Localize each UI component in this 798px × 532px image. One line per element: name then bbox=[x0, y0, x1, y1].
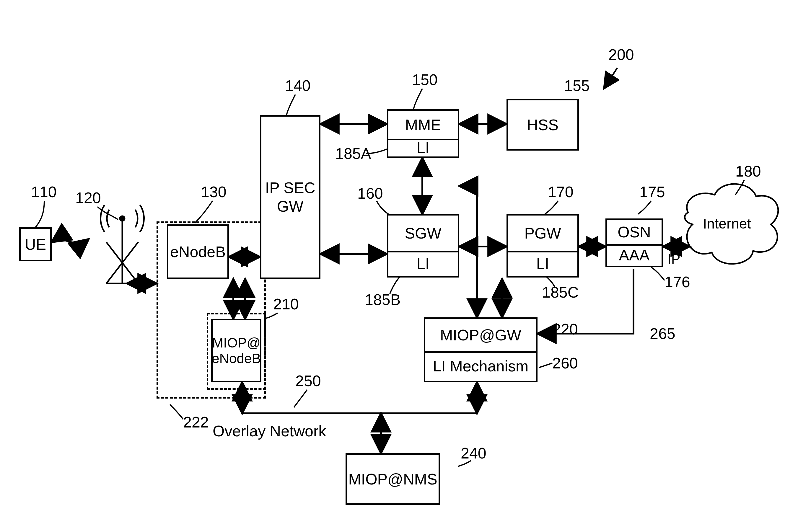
overlay-network-label: Overlay Network bbox=[212, 422, 326, 440]
ref-130: 130 bbox=[201, 183, 226, 201]
ref-140: 140 bbox=[285, 77, 311, 94]
svg-point-4 bbox=[120, 216, 125, 221]
node-mme: MME LI bbox=[387, 109, 459, 158]
mme-label: MME bbox=[405, 116, 441, 134]
ref-120: 120 bbox=[75, 189, 101, 207]
aaa-label: AAA bbox=[619, 246, 649, 264]
node-sgw: SGW LI bbox=[387, 214, 459, 278]
ref-250: 250 bbox=[295, 372, 321, 390]
node-hss: HSS bbox=[506, 99, 579, 151]
svg-line-1 bbox=[106, 242, 138, 283]
node-ipsec-gw: IP SEC GW bbox=[260, 115, 320, 279]
ref-185B: 185B bbox=[365, 291, 401, 308]
ref-265: 265 bbox=[650, 325, 675, 342]
li-mechanism-label: LI Mechanism bbox=[433, 357, 528, 375]
ref-150: 150 bbox=[412, 71, 438, 89]
node-ue: UE bbox=[19, 227, 52, 261]
miop-gw-label: MIOP@GW bbox=[440, 326, 521, 344]
internet-label: Internet bbox=[703, 215, 751, 232]
pgw-label: PGW bbox=[524, 224, 561, 242]
ref-220: 220 bbox=[552, 320, 578, 338]
ipsec-gw-label: IP SEC GW bbox=[265, 178, 315, 215]
sgw-label: SGW bbox=[405, 224, 441, 242]
ref-210: 210 bbox=[273, 295, 299, 313]
ref-200: 200 bbox=[608, 46, 634, 63]
svg-line-2 bbox=[106, 242, 138, 283]
ref-176: 176 bbox=[665, 273, 690, 291]
node-miop-nms: MIOP@NMS bbox=[346, 453, 440, 505]
enodeb-label: eNodeB bbox=[170, 243, 226, 261]
node-miop-enodeb: MIOP@ eNodeB bbox=[211, 319, 261, 382]
hss-label: HSS bbox=[527, 116, 558, 134]
mme-li-label: LI bbox=[417, 139, 429, 156]
ref-160: 160 bbox=[357, 185, 383, 202]
ref-260: 260 bbox=[552, 354, 578, 372]
ref-175: 175 bbox=[639, 183, 665, 201]
node-osn-aaa: OSN AAA bbox=[606, 218, 663, 267]
sgw-li-label: LI bbox=[417, 255, 429, 272]
osn-label: OSN bbox=[617, 223, 651, 241]
ref-240: 240 bbox=[461, 444, 486, 462]
diagram-stage: UE eNodeB MIOP@ eNodeB IP SEC GW MME LI … bbox=[0, 0, 798, 532]
ref-185C: 185C bbox=[542, 283, 579, 301]
node-miop-gw: MIOP@GW LI Mechanism bbox=[424, 317, 538, 382]
ip-label: IP bbox=[667, 251, 680, 267]
ref-110: 110 bbox=[31, 183, 57, 201]
node-enodeb: eNodeB bbox=[167, 224, 229, 279]
ue-label: UE bbox=[25, 235, 46, 253]
miop-enodeb-label: MIOP@ eNodeB bbox=[212, 335, 261, 366]
ref-185A: 185A bbox=[335, 145, 371, 163]
pgw-li-label: LI bbox=[536, 255, 549, 272]
ref-222: 222 bbox=[183, 413, 209, 431]
ref-155: 155 bbox=[564, 77, 590, 94]
ref-170: 170 bbox=[548, 183, 574, 201]
miop-nms-label: MIOP@NMS bbox=[348, 470, 437, 488]
antenna-icon bbox=[100, 205, 144, 283]
ref-180: 180 bbox=[736, 163, 761, 180]
node-pgw: PGW LI bbox=[506, 214, 579, 278]
